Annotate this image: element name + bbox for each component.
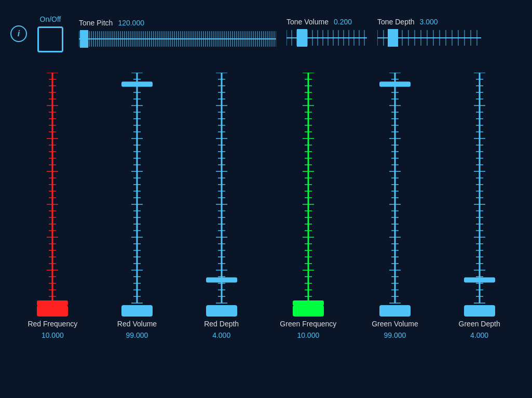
tone-pitch-value: 120.000 (118, 19, 144, 27)
vslider-label-green-volume: Green Volume (372, 320, 418, 328)
vslider-value-green-frequency: 10.000 (297, 331, 319, 339)
vslider-group-red-depth: Red Depth4.000 (196, 73, 248, 339)
vslider-canvas-red-depth[interactable] (196, 73, 248, 317)
tone-pitch-group: Tone Pitch 120.000 (79, 19, 276, 49)
vslider-label-red-frequency: Red Frequency (28, 320, 77, 328)
vslider-label-green-depth: Green Depth (459, 320, 500, 328)
tone-pitch-slider[interactable] (79, 29, 276, 49)
tone-volume-group: Tone Volume 0.200 (287, 18, 367, 50)
vslider-label-green-frequency: Green Frequency (280, 320, 336, 328)
on-off-section: On/Off (37, 15, 63, 52)
vslider-group-green-volume: Green Volume99.000 (369, 73, 421, 339)
vslider-value-red-volume: 99.000 (126, 331, 148, 339)
vslider-group-green-frequency: Green Frequency10.000 (280, 73, 336, 339)
tone-volume-value: 0.200 (334, 18, 352, 26)
tone-depth-label: Tone Depth (377, 18, 415, 26)
vslider-canvas-red-volume[interactable] (111, 73, 163, 317)
tone-depth-value: 3.000 (420, 18, 438, 26)
vslider-value-red-frequency: 10.000 (42, 331, 64, 339)
tone-volume-label: Tone Volume (287, 18, 329, 26)
vslider-canvas-green-frequency[interactable] (282, 73, 334, 317)
depth-canvas (377, 28, 481, 48)
vslider-canvas-green-volume[interactable] (369, 73, 421, 317)
vslider-group-green-depth: Green Depth4.000 (454, 73, 506, 339)
tone-depth-slider[interactable] (377, 28, 481, 50)
vslider-value-green-depth: 4.000 (470, 331, 488, 339)
vslider-label-red-depth: Red Depth (204, 320, 239, 328)
vslider-canvas-red-frequency[interactable] (26, 73, 78, 317)
vslider-group-red-volume: Red Volume99.000 (111, 73, 163, 339)
volume-canvas (287, 28, 367, 48)
pitch-canvas (79, 29, 276, 49)
vslider-canvas-green-depth[interactable] (454, 73, 506, 317)
tone-pitch-label: Tone Pitch (79, 19, 113, 27)
on-off-toggle[interactable] (37, 26, 63, 52)
on-off-label: On/Off (40, 15, 61, 23)
top-bar: i On/Off Tone Pitch 120.000 (0, 0, 532, 67)
vslider-label-red-volume: Red Volume (117, 320, 157, 328)
tone-depth-group: Tone Depth 3.000 (377, 18, 481, 50)
info-icon[interactable]: i (10, 25, 27, 42)
vslider-value-red-depth: 4.000 (212, 331, 230, 339)
sliders-container: Red Frequency10.000Red Volume99.000Red D… (10, 73, 522, 339)
vslider-group-red-frequency: Red Frequency10.000 (26, 73, 78, 339)
tone-volume-slider[interactable] (287, 28, 367, 50)
vslider-value-green-volume: 99.000 (384, 331, 406, 339)
main-controls: Red Frequency10.000Red Volume99.000Red D… (0, 73, 532, 339)
